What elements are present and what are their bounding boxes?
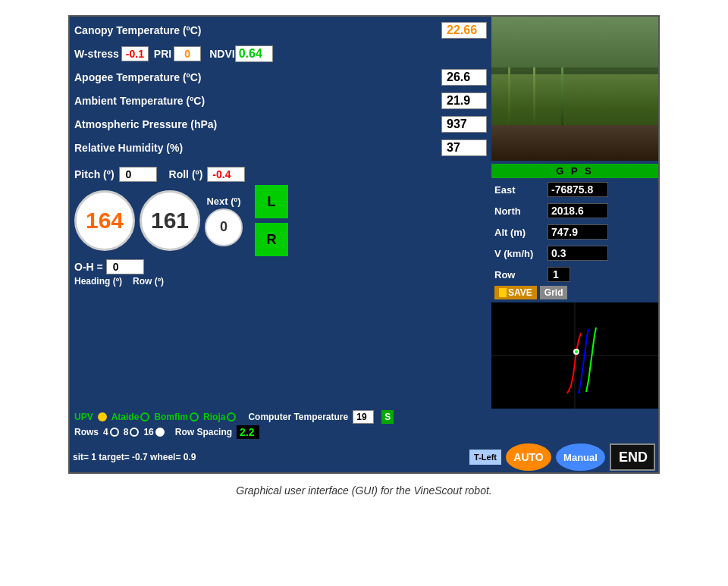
row4-label: 4 xyxy=(103,427,108,437)
apogee-temp-value: 26.6 xyxy=(441,69,487,86)
rioja-radio[interactable] xyxy=(227,412,236,421)
north-label: North xyxy=(494,205,548,217)
heading-labels: Heading (º) Row (º) xyxy=(74,276,487,287)
rioja-radio-item: Rioja xyxy=(203,412,236,422)
ndvi-value: 0.64 xyxy=(235,45,273,62)
tleft-button[interactable]: T-Left xyxy=(469,450,501,465)
east-value: -76875.8 xyxy=(548,182,608,197)
apogee-temp-row: Apogee Temperature (ºC) 26.6 xyxy=(74,67,487,88)
row-num-row: Row 1 xyxy=(494,265,655,284)
ambient-temp-row: Ambient Temperature (ºC) 21.9 xyxy=(74,90,487,111)
ambient-temp-label: Ambient Temperature (ºC) xyxy=(74,95,441,107)
canopy-temp-row: Canopy Temperature (ºC) 22.66 xyxy=(74,20,487,41)
nav-panel: Pitch (º) 0 Roll (º) -0.4 164 161 Next (… xyxy=(70,164,491,409)
v-row: V (km/h) 0.3 xyxy=(494,243,655,263)
north-row: North 2018.6 xyxy=(494,201,655,221)
save-button[interactable]: SAVE xyxy=(494,286,537,299)
upv-radio[interactable] xyxy=(98,412,107,421)
heading-label: Heading (º) xyxy=(74,276,122,287)
gps-label: G P S xyxy=(491,164,658,178)
sensors-panel: Canopy Temperature (ºC) 22.66 W-stress -… xyxy=(70,17,491,164)
alt-row: Alt (m) 747.9 xyxy=(494,222,655,242)
pitch-label: Pitch (º) xyxy=(74,168,115,180)
pitch-roll-row: Pitch (º) 0 Roll (º) -0.4 xyxy=(74,167,487,182)
svg-point-4 xyxy=(575,350,578,353)
oh-value: 0 xyxy=(106,259,144,274)
rows-row: Rows 4 8 16 Row Spacing 2.2 xyxy=(74,425,654,439)
rel-humidity-row: Relative Humidity (%) 37 xyxy=(74,137,487,158)
pitch-value: 0 xyxy=(119,167,157,182)
bomfim-radio[interactable] xyxy=(190,412,199,421)
rows-label: Rows xyxy=(74,427,99,437)
row16-label: 16 xyxy=(143,427,153,437)
row16-radio[interactable] xyxy=(155,428,165,437)
east-label: East xyxy=(494,184,548,196)
ndvi-label: NDVI xyxy=(209,48,234,60)
bottom-section: UPV Ataide Bomfim Rioja Computer Tempera… xyxy=(70,409,658,442)
comp-temp-value: 19 xyxy=(353,410,374,424)
pri-value: 0 xyxy=(174,46,201,61)
v-value: 0.3 xyxy=(548,246,608,261)
row16-item: 16 xyxy=(143,427,164,437)
row-num-label: Row xyxy=(494,269,548,280)
heading-circle: 164 xyxy=(74,190,135,251)
oh-row: O-H = 0 xyxy=(74,259,487,274)
row4-item: 4 xyxy=(103,427,119,437)
canopy-temp-value: 22.66 xyxy=(441,22,487,39)
save-grid-row: SAVE Grid xyxy=(494,286,655,299)
auto-button[interactable]: AUTO xyxy=(506,443,551,471)
upv-label: UPV xyxy=(74,412,93,422)
roll-value: -0.4 xyxy=(207,167,245,182)
row4-radio[interactable] xyxy=(110,428,119,437)
wstress-row: W-stress -0.1 PRI 0 NDVI 0.64 xyxy=(74,43,487,64)
row-circle: 161 xyxy=(140,190,200,251)
caption: Graphical user interface (GUI) for the V… xyxy=(236,484,491,497)
ambient-temp-value: 21.9 xyxy=(441,92,487,109)
camera-feed xyxy=(491,17,658,161)
row8-item: 8 xyxy=(124,427,140,437)
wstress-label: W-stress xyxy=(74,48,119,60)
ataide-radio-item: Ataide xyxy=(111,412,150,422)
manual-button[interactable]: Manual xyxy=(556,443,605,471)
row-label: Row (º) xyxy=(133,276,164,287)
l-button[interactable]: L xyxy=(255,185,288,218)
r-button[interactable]: R xyxy=(255,223,288,256)
alt-label: Alt (m) xyxy=(494,227,548,238)
row-spacing-label: Row Spacing xyxy=(175,427,232,437)
ataide-radio[interactable] xyxy=(140,412,149,421)
lr-buttons: L R xyxy=(255,185,288,256)
circles-row: 164 161 Next (º) 0 L R xyxy=(74,185,487,256)
comp-temp-label: Computer Temperature xyxy=(248,412,348,422)
save-label: SAVE xyxy=(508,287,532,298)
rel-humidity-value: 37 xyxy=(441,139,487,156)
status-text: sit= 1 target= -0.7 wheel= 0.9 xyxy=(73,452,465,462)
grid-label: Grid xyxy=(544,287,563,298)
v-label: V (km/h) xyxy=(494,248,548,259)
rel-humidity-label: Relative Humidity (%) xyxy=(74,142,441,154)
roll-label: Roll (º) xyxy=(169,168,203,180)
row-spacing-value: 2.2 xyxy=(237,425,259,439)
row8-label: 8 xyxy=(124,427,129,437)
north-value: 2018.6 xyxy=(548,203,608,218)
east-row: East -76875.8 xyxy=(494,180,655,199)
pri-label: PRI xyxy=(154,48,171,60)
end-button[interactable]: END xyxy=(610,443,655,471)
row8-radio[interactable] xyxy=(130,428,139,437)
atm-pressure-label: Atmospheric Pressure (hPa) xyxy=(74,118,441,130)
apogee-temp-label: Apogee Temperature (ºC) xyxy=(74,71,441,83)
gps-map-panel: G P S East -76875.8 North 2018.6 Alt (m)… xyxy=(491,164,658,409)
canopy-temp-label: Canopy Temperature (ºC) xyxy=(74,24,441,36)
next-circle: 0 xyxy=(205,208,243,246)
status-bar: sit= 1 target= -0.7 wheel= 0.9 T-Left AU… xyxy=(70,442,658,472)
row-num-value: 1 xyxy=(548,267,570,282)
atm-pressure-value: 937 xyxy=(441,116,487,133)
gps-values: East -76875.8 North 2018.6 Alt (m) 747.9… xyxy=(491,178,658,302)
grid-button[interactable]: Grid xyxy=(540,286,568,299)
bomfim-label: Bomfim xyxy=(154,412,188,422)
radio-row: UPV Ataide Bomfim Rioja Computer Tempera… xyxy=(74,410,654,424)
rioja-label: Rioja xyxy=(203,412,225,422)
alt-value: 747.9 xyxy=(548,224,608,240)
oh-label: O-H = xyxy=(74,261,103,273)
wstress-value: -0.1 xyxy=(121,46,149,61)
atm-pressure-row: Atmospheric Pressure (hPa) 937 xyxy=(74,114,487,135)
